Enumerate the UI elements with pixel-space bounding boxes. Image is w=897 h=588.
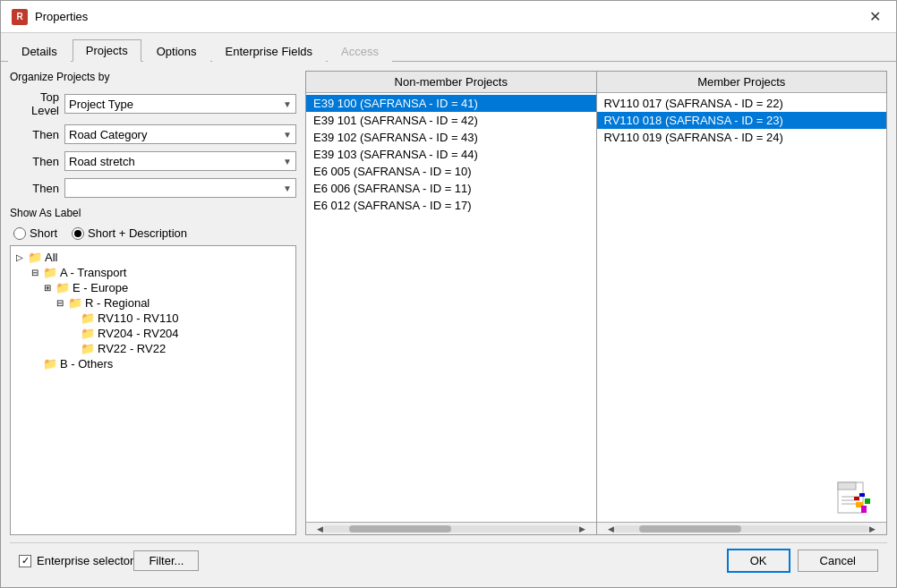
top-level-label: Top Level <box>10 90 59 117</box>
non-member-items[interactable]: E39 100 (SAFRANSA - ID = 41) E39 101 (SA… <box>306 93 596 522</box>
expand-all-icon: ▷ <box>14 252 25 262</box>
tree-label-others: B - Others <box>60 357 113 371</box>
enterprise-checkbox-box <box>19 555 31 567</box>
tab-enterprise-fields[interactable]: Enterprise Fields <box>212 40 327 62</box>
non-member-hscroll-left[interactable]: ◀ <box>317 524 323 533</box>
tabs-bar: Details Projects Options Enterprise Fiel… <box>1 33 896 62</box>
radio-short-circle <box>13 227 26 240</box>
top-level-arrow: ▼ <box>283 99 292 109</box>
tab-details[interactable]: Details <box>8 40 71 62</box>
cancel-button[interactable]: Cancel <box>798 550 878 572</box>
non-member-list: Non-member Projects E39 100 (SAFRANSA - … <box>305 71 597 535</box>
tree-label-all: All <box>45 251 57 264</box>
folder-all-icon: 📁 <box>28 251 42 264</box>
non-member-item-2[interactable]: E39 102 (SAFRANSA - ID = 43) <box>306 129 596 146</box>
then3-field: Then ▼ <box>10 178 296 198</box>
member-hscroll-right[interactable]: ▶ <box>869 524 876 533</box>
non-member-hscroll-right[interactable]: ▶ <box>579 524 585 533</box>
bottom-bar: Enterprise selector Filter... OK Cancel <box>10 542 887 578</box>
then1-arrow: ▼ <box>283 130 292 140</box>
top-section: Organize Projects by Top Level Project T… <box>10 71 887 535</box>
svg-rect-9 <box>861 506 867 513</box>
member-hscroll[interactable]: ◀ ▶ <box>597 522 887 534</box>
top-level-field: Top Level Project Type ▼ <box>10 90 296 117</box>
then3-label: Then <box>10 182 59 195</box>
enterprise-selector-label: Enterprise selector <box>37 554 133 567</box>
then1-dropdown[interactable]: Road Category ▼ <box>64 124 296 144</box>
member-item-2[interactable]: RV110 019 (SAFRANSA - ID = 24) <box>597 129 887 146</box>
folder-europe-icon: 📁 <box>56 281 70 294</box>
folder-regional-icon: 📁 <box>68 296 82 310</box>
tree-label-rv110: RV110 - RV110 <box>98 311 179 325</box>
svg-rect-1 <box>838 482 856 490</box>
top-level-dropdown[interactable]: Project Type ▼ <box>64 94 296 114</box>
radio-short-desc-label: Short + Description <box>88 226 187 240</box>
then3-arrow: ▼ <box>283 183 292 193</box>
tree-item-others[interactable]: 📁 B - Others <box>14 356 292 371</box>
tab-projects[interactable]: Projects <box>73 39 141 62</box>
then2-value: Road stretch <box>69 155 135 168</box>
radio-short[interactable]: Short <box>13 226 57 240</box>
radio-short-desc-circle <box>72 227 84 240</box>
member-hscroll-track <box>614 525 870 533</box>
filter-button[interactable]: Filter... <box>133 550 199 571</box>
action-buttons: OK Cancel <box>727 549 878 573</box>
expand-transport-icon: ⊟ <box>30 268 40 277</box>
non-member-hscroll-track <box>323 525 579 533</box>
member-items-area: RV110 017 (SAFRANSA - ID = 22) RV110 018… <box>597 93 887 522</box>
tree-item-rv22[interactable]: 📁 RV22 - RV22 <box>14 341 292 356</box>
non-member-hscroll[interactable]: ◀ ▶ <box>306 522 596 534</box>
tree-label-rv204: RV204 - RV204 <box>98 327 179 340</box>
member-item-0[interactable]: RV110 017 (SAFRANSA - ID = 22) <box>597 95 887 112</box>
non-member-item-3[interactable]: E39 103 (SAFRANSA - ID = 44) <box>306 146 596 163</box>
drag-icon <box>836 481 879 518</box>
tree-item-all[interactable]: ▷ 📁 All <box>14 250 292 265</box>
radio-group: Short Short + Description <box>13 226 296 240</box>
left-panel: Organize Projects by Top Level Project T… <box>10 71 296 535</box>
non-member-item-1[interactable]: E39 101 (SAFRANSA - ID = 42) <box>306 112 596 129</box>
dialog-title: Properties <box>35 10 88 23</box>
properties-dialog: R Properties ✕ Details Projects Options … <box>0 0 897 588</box>
svg-rect-5 <box>854 497 859 500</box>
tree-item-transport[interactable]: ⊟ 📁 A - Transport <box>14 265 292 280</box>
organize-label: Organize Projects by <box>10 71 296 83</box>
tree-item-rv204[interactable]: 📁 RV204 - RV204 <box>14 326 292 341</box>
ok-button[interactable]: OK <box>727 549 790 573</box>
project-tree[interactable]: ▷ 📁 All ⊟ 📁 A - Transport <box>10 245 296 535</box>
non-member-item-6[interactable]: E6 012 (SAFRANSA - ID = 17) <box>306 197 596 214</box>
folder-rv110-icon: 📁 <box>81 311 95 325</box>
top-level-value: Project Type <box>69 98 133 111</box>
app-icon: R <box>12 9 28 25</box>
tree-label-europe: E - Europe <box>73 281 128 294</box>
tree-item-rv110[interactable]: 📁 RV110 - RV110 <box>14 311 292 326</box>
then2-dropdown[interactable]: Road stretch ▼ <box>64 151 296 171</box>
svg-rect-6 <box>859 493 865 497</box>
then2-arrow: ▼ <box>283 157 292 166</box>
member-item-1[interactable]: RV110 018 (SAFRANSA - ID = 23) <box>597 112 887 129</box>
then2-field: Then Road stretch ▼ <box>10 151 296 171</box>
tree-label-transport: A - Transport <box>60 266 126 279</box>
non-member-item-4[interactable]: E6 005 (SAFRANSA - ID = 10) <box>306 163 596 180</box>
tree-item-regional[interactable]: ⊟ 📁 R - Regional <box>14 295 292 311</box>
radio-short-desc[interactable]: Short + Description <box>72 226 187 240</box>
tab-options[interactable]: Options <box>143 40 210 62</box>
enterprise-selector-checkbox[interactable]: Enterprise selector <box>19 554 133 567</box>
member-list: Member Projects RV110 017 (SAFRANSA - ID… <box>597 71 888 535</box>
tab-access[interactable]: Access <box>328 40 392 62</box>
member-hscroll-left[interactable]: ◀ <box>608 524 614 533</box>
expand-regional-icon: ⊟ <box>55 298 65 308</box>
non-member-item-0[interactable]: E39 100 (SAFRANSA - ID = 41) <box>306 95 596 112</box>
radio-short-label: Short <box>30 226 57 240</box>
title-bar-left: R Properties <box>12 9 88 25</box>
close-button[interactable]: ✕ <box>864 6 885 28</box>
then1-value: Road Category <box>69 128 147 141</box>
tree-item-europe[interactable]: ⊞ 📁 E - Europe <box>14 280 292 295</box>
member-items[interactable]: RV110 017 (SAFRANSA - ID = 22) RV110 018… <box>597 93 887 468</box>
then1-label: Then <box>10 128 59 141</box>
tree-label-rv22: RV22 - RV22 <box>98 342 166 355</box>
main-content: Organize Projects by Top Level Project T… <box>1 62 896 587</box>
non-member-item-5[interactable]: E6 006 (SAFRANSA - ID = 11) <box>306 180 596 197</box>
folder-others-icon: 📁 <box>43 357 57 371</box>
folder-rv22-icon: 📁 <box>81 342 95 355</box>
then3-dropdown[interactable]: ▼ <box>64 178 296 198</box>
